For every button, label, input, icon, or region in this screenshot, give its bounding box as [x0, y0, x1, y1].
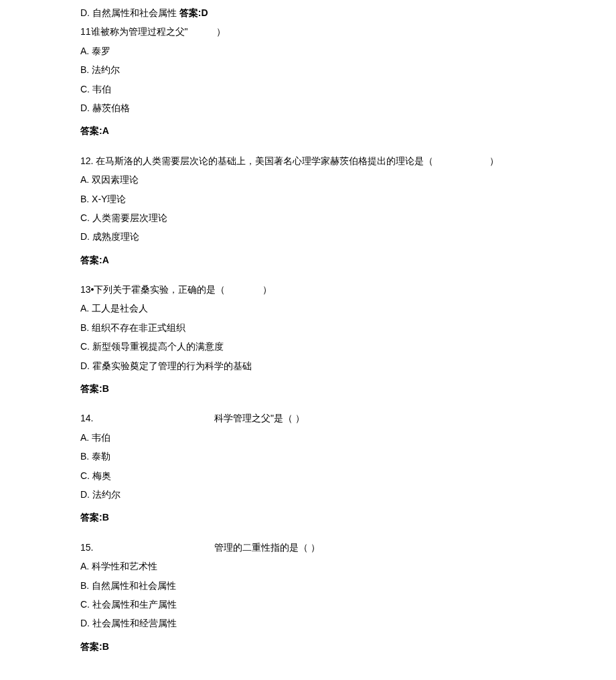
q12-question: 12. 在马斯洛的人类需要层次论的基础上，美国著名心理学家赫茨伯格提出的理论是（…: [80, 153, 536, 168]
q13-option-b: B. 组织不存在非正式组织: [80, 320, 536, 335]
q13-question: 13•下列关于霍桑实验，正确的是（ ）: [80, 282, 536, 297]
q15-option-d: D. 社会属性和经营属性: [80, 616, 536, 630]
q14-option-b: B. 泰勒: [80, 449, 536, 464]
q14-option-d: D. 法约尔: [80, 487, 536, 502]
q11-option-d: D. 赫茨伯格: [80, 100, 536, 115]
q11-answer: 答案:A: [80, 123, 536, 138]
q15-option-b: B. 自然属性和社会属性: [80, 578, 536, 593]
q14-question-text: 科学管理之父"是（ ）: [214, 411, 305, 425]
q14-question-row: 14. 科学管理之父"是（ ）: [80, 411, 536, 425]
q13-answer: 答案:B: [80, 381, 536, 396]
q10-option-d: D. 自然属性和社会属性 答案:D: [80, 5, 536, 20]
q15-option-c: C. 社会属性和生产属性: [80, 597, 536, 612]
q13-option-a: A. 工人是社会人: [80, 301, 536, 316]
q12-option-b: B. X-Y理论: [80, 192, 536, 206]
q12-answer: 答案:A: [80, 253, 536, 267]
q13-option-c: C. 新型领导重视提高个人的满意度: [80, 339, 536, 354]
q10-option-d-text: D. 自然属性和社会属性: [80, 7, 177, 18]
q15-answer: 答案:B: [80, 639, 536, 654]
q15-number: 15.: [80, 540, 214, 555]
q12-option-d: D. 成熟度理论: [80, 229, 536, 244]
q14-option-c: C. 梅奥: [80, 468, 536, 483]
q13-option-d: D. 霍桑实验奠定了管理的行为科学的基础: [80, 358, 536, 373]
q15-option-a: A. 科学性和艺术性: [80, 559, 536, 573]
q12-option-a: A. 双因素理论: [80, 172, 536, 187]
q10-answer: 答案:D: [179, 7, 208, 18]
q15-question-row: 15. 管理的二重性指的是（ ）: [80, 540, 536, 555]
q14-answer: 答案:B: [80, 510, 536, 525]
q11-option-b: B. 法约尔: [80, 62, 536, 77]
q11-question: 11谁被称为管理过程之父" ）: [80, 24, 536, 39]
q11-option-c: C. 韦伯: [80, 82, 536, 96]
q15-question-text: 管理的二重性指的是（ ）: [214, 540, 320, 555]
q12-option-c: C. 人类需要层次理论: [80, 210, 536, 225]
q11-option-a: A. 泰罗: [80, 44, 536, 58]
q14-number: 14.: [80, 411, 214, 425]
q14-option-a: A. 韦伯: [80, 430, 536, 445]
